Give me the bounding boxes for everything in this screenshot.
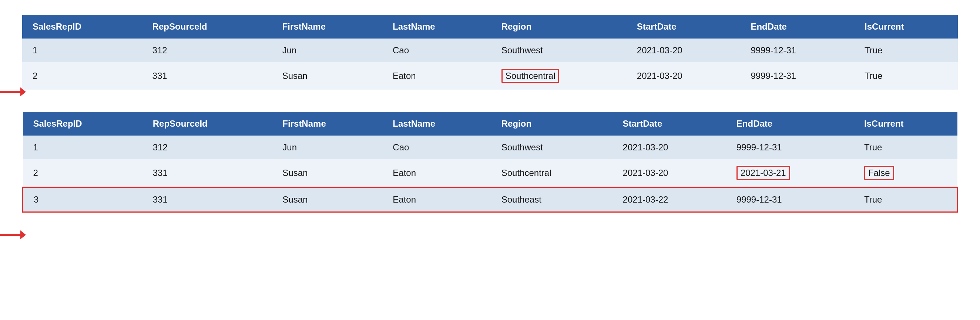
cell-repsourceid: 331 xyxy=(143,188,272,212)
cell-firstname: Susan xyxy=(272,188,382,212)
table2-header-row: SalesRepID RepSourceId FirstName LastNam… xyxy=(23,112,958,135)
cell-lastname: Eaton xyxy=(382,62,491,90)
col-startdate-1: StartDate xyxy=(627,15,741,38)
arrow-bottom xyxy=(0,175,26,240)
arrow-top xyxy=(0,55,26,99)
cell-iscurrent: True xyxy=(854,38,958,62)
svg-marker-5 xyxy=(21,230,26,239)
col-iscurrent-1: IsCurrent xyxy=(854,15,958,38)
cell-startdate: 2021-03-20 xyxy=(627,62,741,90)
cell-lastname: Cao xyxy=(382,135,491,159)
col-salesrepid-1: SalesRepID xyxy=(22,15,142,38)
cell-firstname: Jun xyxy=(272,135,382,159)
cell-enddate: 9999-12-31 xyxy=(726,135,854,159)
cell-salesrepid: 2 xyxy=(23,159,143,188)
col-salesrepid-2: SalesRepID xyxy=(23,112,143,135)
col-enddate-2: EndDate xyxy=(726,112,854,135)
cell-region: Southeast xyxy=(491,188,612,212)
table-row-highlighted: 3 331 Susan Eaton Southeast 2021-03-22 9… xyxy=(23,188,958,212)
cell-region: Southwest xyxy=(491,135,612,159)
cell-region: Southcentral xyxy=(491,159,612,188)
col-firstname-1: FirstName xyxy=(272,15,382,38)
table-row: 2 331 Susan Eaton Southcentral 2021-03-2… xyxy=(23,159,958,188)
cell-firstname: Jun xyxy=(272,38,382,62)
cell-startdate: 2021-03-20 xyxy=(612,135,726,159)
cell-lastname: Cao xyxy=(382,38,491,62)
cell-enddate: 9999-12-31 xyxy=(740,62,854,90)
cell-iscurrent: True xyxy=(854,62,958,90)
cell-repsourceid: 312 xyxy=(143,135,272,159)
enddate-highlight: 2021-03-21 xyxy=(737,166,790,180)
cell-region: Southwest xyxy=(491,38,627,62)
cell-firstname: Susan xyxy=(272,62,382,90)
table2-section: SalesRepID RepSourceId FirstName LastNam… xyxy=(22,112,958,213)
cell-startdate: 2021-03-22 xyxy=(612,188,726,212)
col-iscurrent-2: IsCurrent xyxy=(854,112,958,135)
table1-section: SalesRepID RepSourceId FirstName LastNam… xyxy=(22,15,958,90)
col-region-2: Region xyxy=(491,112,612,135)
cell-startdate: 2021-03-20 xyxy=(627,38,741,62)
col-startdate-2: StartDate xyxy=(612,112,726,135)
iscurrent-highlight: False xyxy=(864,166,894,180)
table2: SalesRepID RepSourceId FirstName LastNam… xyxy=(22,112,958,213)
cell-enddate: 2021-03-21 xyxy=(726,159,854,188)
region-highlight: Southcentral xyxy=(501,69,560,83)
table-row: 1 312 Jun Cao Southwest 2021-03-20 9999-… xyxy=(23,135,958,159)
cell-lastname: Eaton xyxy=(382,159,491,188)
cell-lastname: Eaton xyxy=(382,188,491,212)
col-enddate-1: EndDate xyxy=(740,15,854,38)
cell-startdate: 2021-03-20 xyxy=(612,159,726,188)
cell-iscurrent: True xyxy=(854,135,958,159)
cell-salesrepid: 1 xyxy=(22,38,142,62)
col-repsourceid-2: RepSourceId xyxy=(143,112,272,135)
cell-enddate: 9999-12-31 xyxy=(740,38,854,62)
cell-iscurrent: False xyxy=(854,159,958,188)
col-repsourceid-1: RepSourceId xyxy=(142,15,272,38)
cell-enddate: 9999-12-31 xyxy=(726,188,854,212)
cell-salesrepid: 3 xyxy=(23,188,143,212)
col-lastname-2: LastName xyxy=(382,112,491,135)
table-row: 2 331 Susan Eaton Southcentral 2021-03-2… xyxy=(22,62,958,90)
col-firstname-2: FirstName xyxy=(272,112,382,135)
page-container: SalesRepID RepSourceId FirstName LastNam… xyxy=(22,15,958,213)
cell-iscurrent: True xyxy=(854,188,958,212)
table1: SalesRepID RepSourceId FirstName LastNam… xyxy=(22,15,958,90)
cell-repsourceid: 331 xyxy=(142,62,272,90)
cell-salesrepid: 2 xyxy=(22,62,142,90)
col-lastname-1: LastName xyxy=(382,15,491,38)
table1-header-row: SalesRepID RepSourceId FirstName LastNam… xyxy=(22,15,958,38)
table-row: 1 312 Jun Cao Southwest 2021-03-20 9999-… xyxy=(22,38,958,62)
cell-repsourceid: 312 xyxy=(142,38,272,62)
svg-marker-2 xyxy=(21,88,26,96)
cell-salesrepid: 1 xyxy=(23,135,143,159)
cell-firstname: Susan xyxy=(272,159,382,188)
cell-region: Southcentral xyxy=(491,62,627,90)
cell-repsourceid: 331 xyxy=(143,159,272,188)
col-region-1: Region xyxy=(491,15,627,38)
